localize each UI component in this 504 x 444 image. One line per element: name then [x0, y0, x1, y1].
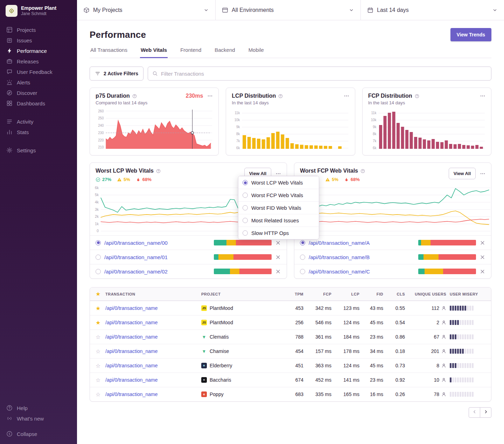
vital-score-bar [418, 240, 476, 245]
col-cls: CLS [383, 292, 405, 296]
sidebar-item-performance[interactable]: Performance [0, 46, 77, 56]
fcp-value: 361 ms [303, 334, 331, 340]
star-icon[interactable] [96, 306, 100, 311]
tab-frontend[interactable]: Frontend [180, 47, 202, 58]
more-icon[interactable] [344, 93, 349, 99]
sidebar-item-alerts[interactable]: Alerts [0, 77, 77, 88]
col-transaction: TRANSACTION [105, 292, 201, 296]
vital-transaction-link[interactable]: /api/0/transaction_name/02 [104, 269, 210, 275]
p75-duration-card: p75 Duration 230ms Compared to last 14 d… [90, 88, 219, 155]
transaction-link[interactable]: /api/0/transaction_name [105, 377, 158, 383]
vital-transaction-link[interactable]: /api/0/transaction_name/A [309, 240, 415, 246]
transaction-link[interactable]: /api/0/transaction_name [105, 305, 158, 311]
transaction-link[interactable]: /api/0/transaction_name [105, 363, 158, 368]
pagination-prev-button[interactable] [469, 407, 480, 418]
table-header: TRANSACTION PROJECT TPM FCP LCP FID CLS … [90, 287, 491, 301]
transaction-link[interactable]: /api/0/transaction_name [105, 348, 158, 354]
tab-mobile[interactable]: Mobile [248, 47, 265, 58]
vital-transaction-link[interactable]: /api/0/transaction_name/00 [104, 240, 210, 246]
menu-item-radio[interactable] [243, 218, 248, 223]
vital-transaction-link[interactable]: /api/0/transaction_name/C [309, 269, 415, 275]
menu-item-most-related-issues[interactable]: Most Related Issues [238, 214, 319, 227]
flame-icon [344, 177, 349, 182]
close-icon[interactable] [275, 254, 281, 260]
menu-item-radio[interactable] [243, 205, 248, 210]
vital-radio[interactable] [300, 269, 305, 274]
more-icon[interactable] [207, 93, 213, 99]
p75-value: 230ms [186, 93, 203, 99]
menu-item-radio[interactable] [243, 230, 248, 236]
search-input[interactable] [161, 71, 487, 77]
transaction-link[interactable]: /api/0/transaction_name [105, 334, 158, 340]
menu-item-worst-fcp-web-vitals[interactable]: Worst FCP Web Vitals [238, 189, 319, 201]
transaction-link[interactable]: /api/0/transaction_name [105, 320, 158, 325]
transaction-link[interactable]: /api/0/transaction_name [105, 391, 158, 397]
star-icon[interactable] [96, 392, 100, 397]
close-icon[interactable] [275, 269, 281, 275]
stats-icon [6, 129, 13, 135]
col-project: PROJECT [201, 292, 282, 296]
sidebar-item-discover[interactable]: Discover [0, 88, 77, 98]
tab-backend[interactable]: Backend [214, 47, 236, 58]
sidebar-item-projects[interactable]: Projects [0, 25, 77, 35]
close-icon[interactable] [275, 240, 281, 246]
sidebar-item-issues[interactable]: Issues [0, 35, 77, 46]
tab-all-transactions[interactable]: All Transactions [90, 47, 128, 58]
sidebar-item-user-feedback[interactable]: User Feedback [0, 67, 77, 77]
sidebar-item-what-s-new[interactable]: What's new [0, 413, 77, 424]
worst-lcp-title: Worst LCP Web Vitals [96, 168, 154, 174]
svg-text:4k: 4k [95, 200, 99, 204]
menu-item-worst-lcp-web-vitals[interactable]: Worst LCP Web Vitals [238, 176, 319, 189]
close-icon[interactable] [479, 254, 485, 260]
org-switcher[interactable]: Empower Plant Jane Schmidt [0, 0, 77, 21]
environment-selector[interactable]: All Environments [216, 0, 361, 20]
sidebar-item-collapse[interactable]: Collapse [0, 429, 77, 439]
vital-radio[interactable] [96, 269, 101, 274]
worst-lcp-stats: 27% 5% 6 [96, 177, 161, 182]
close-icon[interactable] [479, 269, 485, 275]
vital-radio[interactable] [96, 255, 101, 260]
active-filters-button[interactable]: 2 Active Filters [90, 67, 144, 81]
star-icon[interactable] [96, 320, 100, 326]
star-icon[interactable] [96, 349, 100, 354]
menu-item-worst-fid-web-vitals[interactable]: Worst FID Web Vitals [238, 201, 319, 214]
unique-users-value: 112 [432, 305, 439, 311]
star-icon[interactable] [96, 363, 100, 369]
vital-transaction-link[interactable]: /api/0/transaction_name/B [309, 254, 415, 260]
sidebar-item-dashboards[interactable]: Dashboards [0, 98, 77, 109]
sidebar-item-stats[interactable]: Stats [0, 127, 77, 137]
star-icon[interactable] [96, 292, 101, 297]
vital-radio[interactable] [300, 255, 305, 260]
sidebar-item-releases[interactable]: Releases [0, 56, 77, 67]
help-icon [6, 405, 13, 411]
sidebar-item-settings[interactable]: Settings [0, 145, 77, 155]
tab-web-vitals[interactable]: Web Vitals [140, 47, 168, 58]
project-selector[interactable]: My Projects [77, 0, 216, 20]
sidebar-item-help[interactable]: Help [0, 403, 77, 413]
fcp-value: 546 ms [303, 320, 331, 325]
daterange-selector[interactable]: Last 14 days [361, 0, 504, 20]
svg-text:6k: 6k [236, 146, 240, 150]
sidebar-item-activity[interactable]: Activity [0, 116, 77, 127]
vital-radio[interactable] [300, 240, 305, 245]
svg-text:5k: 5k [95, 193, 99, 197]
pagination-next-button[interactable] [480, 407, 491, 418]
view-trends-button[interactable]: View Trends [450, 28, 491, 41]
star-icon[interactable] [96, 334, 100, 340]
close-icon[interactable] [479, 240, 485, 246]
environment-selector-label: All Environments [232, 7, 274, 13]
chevron-down-icon [492, 7, 498, 13]
menu-item-radio[interactable] [243, 193, 248, 198]
vital-radio[interactable] [96, 240, 101, 245]
menu-item-slow-http-ops[interactable]: Slow HTTP Ops [238, 227, 319, 239]
tpm-value: 788 [282, 334, 303, 340]
more-icon[interactable] [480, 93, 485, 99]
more-icon[interactable] [480, 171, 485, 176]
menu-item-radio[interactable] [243, 180, 248, 185]
help-icon [415, 94, 419, 98]
vital-transaction-link[interactable]: /api/0/transaction_name/01 [104, 254, 210, 260]
worst-fcp-view-all-button[interactable]: View All [449, 168, 476, 179]
star-icon[interactable] [96, 377, 100, 383]
user-misery-bars [446, 349, 491, 354]
vital-stat: 68% [136, 177, 152, 182]
